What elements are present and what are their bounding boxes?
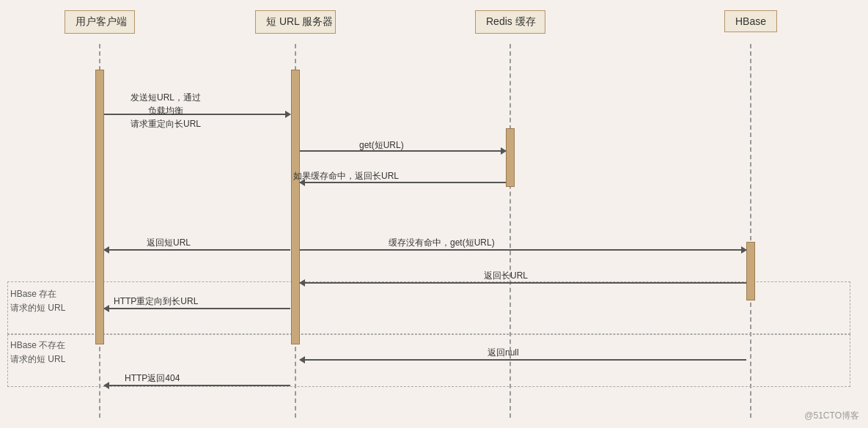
actor-hbase: HBase: [724, 10, 777, 32]
arrow-return-null: [300, 359, 746, 361]
actor-redis: Redis 缓存: [475, 10, 545, 34]
arrow-return-long-url-hbase: [300, 282, 746, 284]
label-send-short-url: 发送短URL，通过负载均衡请求重定向长URL: [130, 91, 201, 130]
arrow-cache-miss: [300, 249, 746, 251]
activation-client: [95, 70, 104, 344]
actor-client: 用户客户端: [65, 10, 135, 34]
watermark: @51CTO博客: [804, 410, 859, 422]
label-http-redirect: HTTP重定向到长URL: [114, 295, 198, 308]
actor-server: 短 URL 服务器: [255, 10, 336, 34]
label-cache-miss: 缓存没有命中，get(短URL): [389, 237, 495, 249]
label-return-null: 返回null: [488, 347, 519, 359]
activation-server: [291, 70, 300, 344]
arrow-http-404: [104, 385, 290, 386]
label-return-short-url: 返回短URL: [147, 237, 191, 249]
label-cache-hit: 如果缓存命中，返回长URL: [293, 170, 399, 182]
arrow-http-redirect: [104, 308, 290, 309]
sequence-diagram: 用户客户端 短 URL 服务器 Redis 缓存 HBase HBase 存在 …: [0, 0, 868, 428]
label-return-long-url-hbase: 返回长URL: [484, 270, 528, 282]
activation-redis: [506, 128, 515, 187]
arrow-return-short-url: [104, 249, 290, 251]
activation-hbase: [746, 242, 755, 300]
label-http-404: HTTP返回404: [125, 372, 180, 385]
label-get-short-url: get(短URL): [359, 139, 404, 152]
